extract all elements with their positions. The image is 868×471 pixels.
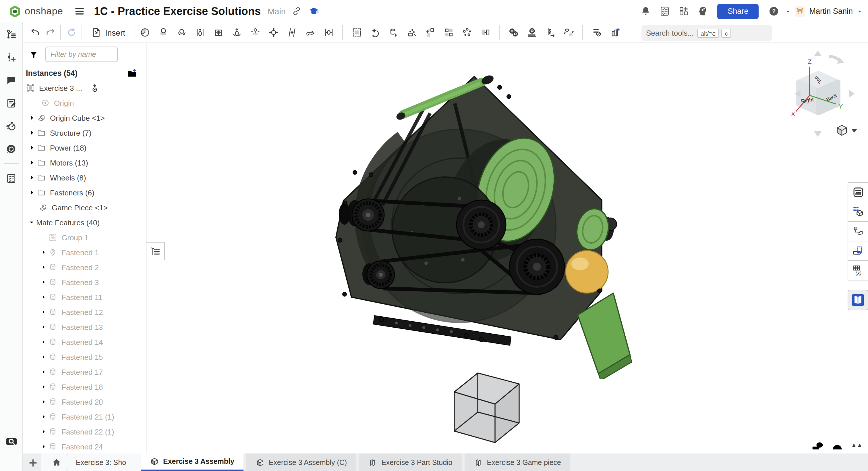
tree-item-fasteners-6[interactable]: Fasteners (6) xyxy=(23,185,146,200)
transfer-icon[interactable] xyxy=(423,25,438,40)
dispstates-icon[interactable] xyxy=(589,25,604,40)
tree-item-group-1[interactable]: Group 1 xyxy=(23,230,146,245)
mateconnector-icon[interactable] xyxy=(386,25,401,40)
tree-item-power-18[interactable]: Power (18) xyxy=(23,140,146,155)
expand-chevron-icon[interactable] xyxy=(27,188,37,197)
tab-exercise-3-part-studio[interactable]: Exercise 3 Part Studio xyxy=(359,453,461,471)
tab-exercise-3-assembly[interactable]: Exercise 3 Assembly xyxy=(141,453,244,471)
document-title[interactable]: 1C - Practice Exercise Solutions xyxy=(94,5,261,18)
update-rotate-icon[interactable] xyxy=(64,25,79,40)
home-tab[interactable] xyxy=(41,453,71,471)
beltrel-icon[interactable] xyxy=(561,25,576,40)
expand-chevron-icon[interactable] xyxy=(38,248,48,257)
tree-item-fastened-24[interactable]: Fastened 24 xyxy=(23,439,146,453)
filter-icon[interactable] xyxy=(28,50,39,60)
fastened-icon[interactable] xyxy=(156,25,170,40)
tab-exercise-3-assembly-c-[interactable]: Exercise 3 Assembly (C) xyxy=(246,453,356,471)
tangent-icon[interactable] xyxy=(303,25,317,40)
expand-chevron-icon[interactable] xyxy=(38,293,48,302)
tree-item-fastened-15[interactable]: Fastened 15 xyxy=(23,349,146,364)
undo-icon[interactable] xyxy=(28,25,42,40)
tree-item-fastened-1[interactable]: Fastened 1 xyxy=(23,245,146,260)
namedpositions-panel-icon[interactable] xyxy=(847,241,868,261)
user-avatar[interactable] xyxy=(795,6,805,17)
notifications-bell-icon[interactable] xyxy=(638,4,653,19)
tree-item-fastened-13[interactable]: Fastened 13 xyxy=(23,320,146,334)
expand-chevron-icon[interactable] xyxy=(27,143,37,152)
expand-chevron-icon[interactable] xyxy=(38,397,48,406)
ai-advisor-icon[interactable] xyxy=(695,4,710,19)
mate-icon[interactable] xyxy=(137,25,152,40)
configurations-panel-icon[interactable] xyxy=(847,221,868,241)
app-store-icon[interactable] xyxy=(676,4,691,19)
expand-chevron-icon[interactable] xyxy=(38,412,48,421)
tab-exercise-3-game-piece[interactable]: Exercise 3 Game piece xyxy=(465,453,570,471)
expand-chevron-icon[interactable] xyxy=(38,337,48,347)
view-options-caret-icon[interactable] xyxy=(851,129,857,133)
tree-item-fastened-18[interactable]: Fastened 18 xyxy=(23,379,146,394)
stopwatch-icon[interactable] xyxy=(4,118,19,133)
assembly-3d-model[interactable] xyxy=(321,63,643,379)
ballmate-icon[interactable] xyxy=(266,25,281,40)
expand-chevron-icon[interactable] xyxy=(38,263,48,272)
collapse-panel-button[interactable] xyxy=(147,242,165,260)
pinslot-icon[interactable] xyxy=(248,25,262,40)
expand-chevron-icon[interactable] xyxy=(38,307,48,317)
versions-icon[interactable] xyxy=(4,26,19,41)
measure-icon[interactable] xyxy=(811,440,825,453)
view-options-cube-icon[interactable] xyxy=(837,125,846,135)
planar-icon[interactable] xyxy=(211,25,226,40)
expand-chevron-icon[interactable] xyxy=(26,218,36,227)
tree-item-origin[interactable]: Origin xyxy=(23,95,146,110)
checklist-icon[interactable] xyxy=(4,171,19,186)
expand-chevron-icon[interactable] xyxy=(38,352,48,361)
bom-panel-icon[interactable] xyxy=(847,202,868,222)
insert-button[interactable]: Insert xyxy=(85,27,131,38)
help-caret-icon[interactable] xyxy=(785,8,791,14)
tree-item-fastened-3[interactable]: Fastened 3 xyxy=(23,275,146,290)
tree-item-structure-7[interactable]: Structure (7) xyxy=(23,125,146,140)
angle-measure-icon[interactable] xyxy=(830,440,844,453)
replicate-icon[interactable] xyxy=(368,25,382,40)
newversion-icon[interactable] xyxy=(4,50,19,64)
help-icon[interactable] xyxy=(766,4,781,19)
explodedviews-icon[interactable] xyxy=(608,25,622,40)
expand-chevron-icon[interactable] xyxy=(38,442,48,451)
user-menu-caret-icon[interactable] xyxy=(857,8,863,14)
feedback-icon[interactable] xyxy=(4,141,19,156)
learning-panel-button[interactable] xyxy=(847,290,868,311)
gearrel-icon[interactable] xyxy=(506,25,521,40)
tree-item-fastened-22-1[interactable]: Fastened 22 (1) xyxy=(23,424,146,439)
workspace-branch[interactable]: Main xyxy=(268,7,286,16)
mass-properties-icon[interactable] xyxy=(850,440,864,453)
cylindrical-icon[interactable] xyxy=(229,25,244,40)
patlinear-icon[interactable] xyxy=(441,25,456,40)
tree-item-fastened-21-1[interactable]: Fastened 21 (1) xyxy=(23,409,146,424)
revolute-icon[interactable] xyxy=(174,25,189,40)
parallel-icon[interactable] xyxy=(284,25,299,40)
tree-item-wheels-8[interactable]: Wheels (8) xyxy=(23,170,146,185)
search-tools-box[interactable]: Search tools... alt/⌥ c xyxy=(642,25,772,41)
expand-chevron-icon[interactable] xyxy=(38,382,48,391)
structure-panel-icon[interactable] xyxy=(847,182,868,202)
filter-input[interactable] xyxy=(45,47,118,62)
tree-item-mate-features-40[interactable]: Mate Features (40) xyxy=(23,215,146,230)
tree-item-fastened-11[interactable]: Fastened 11 xyxy=(23,290,146,304)
comment-icon[interactable] xyxy=(4,72,19,87)
tab-browser[interactable]: Exercise 3: Sho xyxy=(68,453,148,471)
tree-item-origin-cube-1[interactable]: Origin Cube <1> xyxy=(23,110,146,125)
expand-chevron-icon[interactable] xyxy=(38,322,48,332)
panel-search-icon[interactable] xyxy=(5,435,19,449)
list-view-icon[interactable] xyxy=(129,50,140,60)
tree-item-fastened-14[interactable]: Fastened 14 xyxy=(23,334,146,349)
user-name[interactable]: Martin Sanin xyxy=(809,7,853,16)
origin-cube-3d[interactable] xyxy=(442,365,528,451)
tree-item-exercise-3[interactable]: Exercise 3 ... xyxy=(23,81,146,95)
tree-item-motors-13[interactable]: Motors (13) xyxy=(23,155,146,170)
notes-icon[interactable] xyxy=(4,95,19,110)
share-link-icon[interactable] xyxy=(289,4,304,19)
slider-icon[interactable] xyxy=(192,25,207,40)
add-tab-icon[interactable] xyxy=(26,457,39,469)
share-button[interactable]: Share xyxy=(717,4,758,19)
limit-icon[interactable] xyxy=(321,25,336,40)
